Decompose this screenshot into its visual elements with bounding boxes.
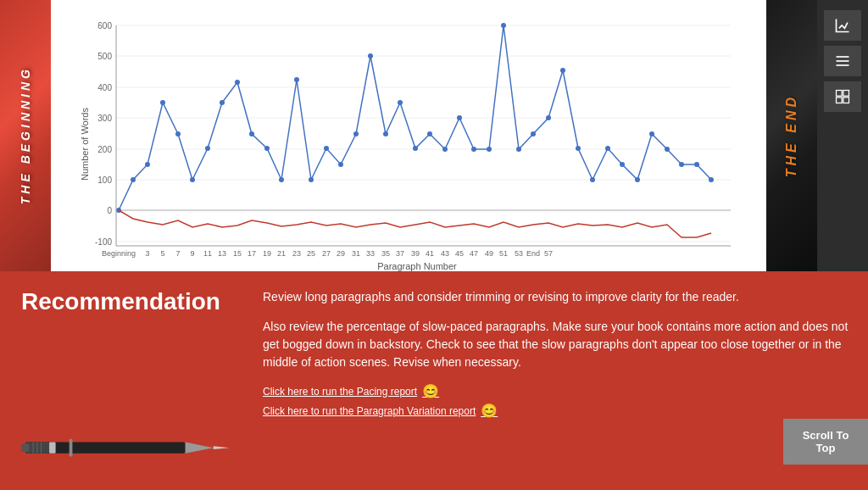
grid-icon-button[interactable] — [824, 81, 861, 112]
svg-point-39 — [442, 147, 448, 152]
svg-point-18 — [131, 177, 136, 182]
svg-point-26 — [249, 131, 254, 136]
svg-point-52 — [635, 177, 640, 182]
chart-svg-container: Number of Words 600 500 400 300 200 100 — [51, 8, 766, 271]
svg-text:17: 17 — [248, 249, 256, 258]
svg-rect-95 — [837, 97, 843, 103]
svg-point-53 — [649, 131, 654, 136]
chart-icon-button[interactable] — [824, 10, 861, 41]
svg-point-51 — [620, 162, 625, 167]
svg-text:33: 33 — [366, 249, 375, 258]
svg-point-22 — [190, 177, 195, 182]
svg-rect-103 — [21, 443, 29, 451]
svg-text:39: 39 — [411, 249, 420, 258]
recommendation-section: Recommendation — [0, 271, 868, 490]
svg-text:25: 25 — [307, 249, 315, 258]
svg-point-27 — [264, 146, 270, 151]
svg-point-36 — [398, 100, 403, 105]
svg-point-24 — [220, 100, 225, 105]
svg-text:37: 37 — [396, 249, 404, 258]
grid-icon — [834, 88, 851, 105]
pacing-report-link[interactable]: Click here to run the Pacing report 😊 — [263, 383, 851, 399]
rec-right-panel: Review long paragraphs and consider trim… — [254, 271, 868, 490]
recommendation-text2: Also review the percentage of slow-paced… — [263, 318, 851, 371]
svg-point-49 — [590, 177, 595, 182]
svg-point-33 — [353, 131, 359, 136]
svg-text:11: 11 — [203, 249, 212, 258]
svg-point-37 — [413, 146, 418, 151]
svg-text:15: 15 — [233, 249, 242, 258]
svg-text:200: 200 — [97, 145, 112, 154]
svg-point-54 — [665, 147, 670, 152]
svg-point-40 — [457, 115, 462, 120]
svg-text:13: 13 — [218, 249, 226, 258]
svg-text:5: 5 — [160, 249, 164, 258]
svg-text:7: 7 — [175, 249, 180, 258]
svg-point-20 — [160, 100, 165, 105]
side-toolbar — [817, 0, 868, 271]
svg-text:9: 9 — [190, 249, 194, 258]
svg-text:Paragraph Number: Paragraph Number — [377, 261, 457, 271]
svg-text:45: 45 — [455, 249, 464, 258]
svg-point-45 — [531, 131, 536, 136]
svg-text:400: 400 — [97, 83, 112, 92]
svg-point-44 — [516, 147, 521, 152]
variation-emoji: 😊 — [481, 403, 498, 419]
list-icon-button[interactable] — [824, 46, 861, 76]
svg-text:100: 100 — [97, 175, 112, 185]
svg-text:500: 500 — [97, 52, 112, 61]
svg-point-43 — [501, 23, 506, 28]
chart-icon — [834, 17, 851, 34]
svg-point-42 — [487, 147, 492, 152]
svg-point-48 — [576, 146, 581, 151]
svg-text:31: 31 — [352, 249, 360, 258]
right-spine: THE END — [766, 0, 817, 271]
svg-rect-90 — [837, 56, 849, 58]
svg-text:29: 29 — [337, 249, 345, 258]
pen-svg — [21, 426, 237, 473]
svg-point-35 — [383, 131, 388, 136]
chart-svg: Number of Words 600 500 400 300 200 100 — [51, 8, 766, 271]
variation-report-link[interactable]: Click here to run the Paragraph Variatio… — [263, 403, 851, 419]
svg-point-50 — [605, 146, 610, 151]
svg-text:51: 51 — [499, 249, 508, 258]
recommendation-title: Recommendation — [21, 288, 237, 315]
svg-point-38 — [427, 131, 432, 136]
svg-point-34 — [368, 53, 373, 58]
svg-text:47: 47 — [470, 249, 478, 258]
svg-rect-93 — [837, 91, 843, 97]
svg-text:41: 41 — [426, 249, 434, 258]
left-spine-text: THE BEGINNING — [19, 66, 32, 204]
svg-rect-94 — [843, 91, 849, 97]
svg-text:53: 53 — [515, 249, 523, 258]
main-container: THE BEGINNING Number of Words 600 500 40… — [0, 0, 868, 490]
svg-point-29 — [294, 77, 299, 82]
svg-text:Beginning: Beginning — [102, 249, 136, 258]
svg-text:23: 23 — [292, 249, 301, 258]
right-spine-text: THE END — [784, 94, 799, 177]
svg-point-55 — [679, 162, 684, 167]
svg-text:End: End — [526, 249, 540, 258]
svg-text:35: 35 — [381, 249, 390, 258]
svg-rect-100 — [49, 443, 56, 454]
svg-rect-91 — [837, 60, 849, 62]
pen-image — [21, 328, 237, 473]
rec-left-panel: Recommendation — [0, 271, 254, 490]
svg-text:Number of Words: Number of Words — [80, 108, 90, 181]
svg-rect-98 — [70, 439, 73, 457]
svg-text:49: 49 — [485, 249, 493, 258]
svg-rect-92 — [837, 64, 849, 66]
svg-point-30 — [309, 177, 314, 182]
svg-point-31 — [324, 146, 329, 151]
svg-point-21 — [175, 131, 181, 136]
left-spine: THE BEGINNING — [0, 0, 51, 271]
svg-text:21: 21 — [277, 249, 286, 258]
svg-point-56 — [694, 162, 699, 167]
svg-point-47 — [560, 68, 565, 73]
scroll-to-top-button[interactable]: Scroll To Top — [783, 419, 868, 465]
svg-text:43: 43 — [441, 249, 449, 258]
svg-point-32 — [338, 162, 343, 167]
svg-text:600: 600 — [97, 21, 112, 31]
pacing-emoji: 😊 — [422, 383, 439, 399]
recommendation-text1: Review long paragraphs and consider trim… — [263, 288, 851, 306]
